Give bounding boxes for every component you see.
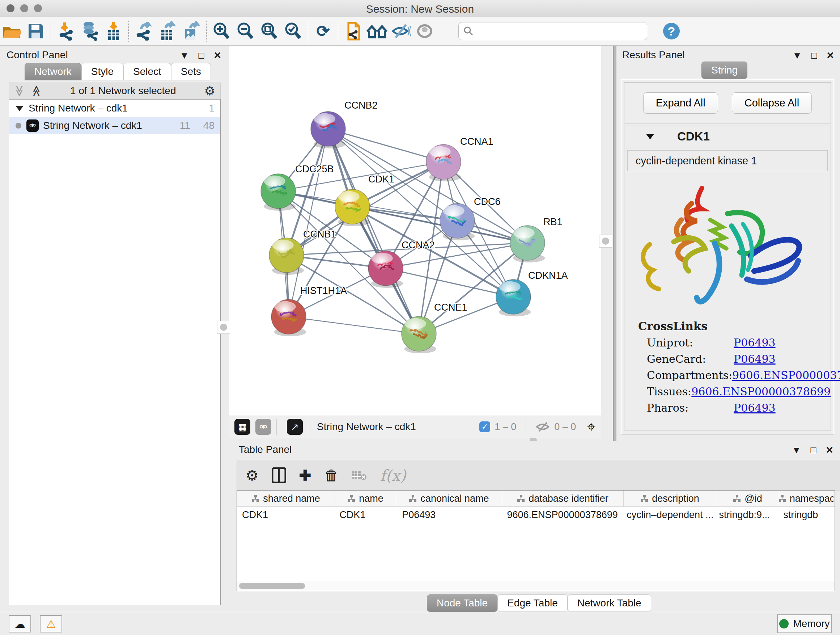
tab-node-table[interactable]: Node Table bbox=[427, 594, 497, 612]
zoom-fit-button[interactable] bbox=[257, 19, 281, 43]
export-image-button[interactable] bbox=[180, 19, 203, 43]
memory-button[interactable]: Memory bbox=[777, 614, 832, 633]
edge-CDK1-RB1[interactable] bbox=[352, 207, 527, 243]
tab-sets[interactable]: Sets bbox=[171, 63, 211, 80]
network-share-icon[interactable]: ⚮ bbox=[256, 419, 271, 435]
network-graph[interactable]: CCNB2CCNA1CDC25BCDK1CDC6RB1CCNB1CCNA2CDK… bbox=[229, 46, 601, 416]
node-CCNE1[interactable]: CCNE1 bbox=[401, 302, 467, 353]
crosslink-compartments-link[interactable]: 9606.ENSP00000378699 bbox=[732, 369, 840, 382]
results-panel-menu-icon[interactable]: ▼ bbox=[793, 50, 802, 61]
collection-expand-icon[interactable] bbox=[16, 106, 24, 111]
export-network-button[interactable] bbox=[132, 19, 156, 43]
control-panel-close-icon[interactable]: ✕ bbox=[213, 50, 221, 61]
collapse-all-networks-icon[interactable]: ≫ bbox=[13, 85, 26, 96]
column-header[interactable]: name bbox=[335, 491, 396, 507]
cell-database-identifier[interactable]: 9606.ENSP00000378699 bbox=[502, 507, 622, 523]
table-row[interactable]: CDK1 CDK1 P06493 9606.ENSP00000378699 cy… bbox=[237, 507, 835, 523]
show-columns-icon[interactable] bbox=[272, 467, 286, 483]
control-panel-menu-icon[interactable]: ▼ bbox=[180, 50, 189, 61]
hide-selected-button[interactable] bbox=[389, 19, 413, 43]
zoom-out-button[interactable] bbox=[233, 19, 257, 43]
control-panel-float-icon[interactable]: □ bbox=[198, 50, 204, 61]
cell-shared-name[interactable]: CDK1 bbox=[237, 507, 334, 523]
column-header[interactable]: @id bbox=[716, 491, 779, 507]
column-header[interactable]: database identifier bbox=[502, 491, 624, 507]
node-RB1[interactable]: RB1 bbox=[510, 217, 562, 263]
crosslink-uniprot-link[interactable]: P06493 bbox=[734, 336, 775, 349]
node-details-header[interactable]: CDK1 bbox=[624, 126, 831, 147]
network-collection-row[interactable]: String Network – cdk1 1 bbox=[9, 100, 220, 117]
selected-nodes-checkbox-icon[interactable]: ✓ bbox=[479, 421, 490, 432]
network-canvas[interactable]: CCNB2CCNA1CDC25BCDK1CDC6RB1CCNB1CCNA2CDK… bbox=[229, 46, 601, 416]
table-panel-float-icon[interactable]: □ bbox=[810, 445, 816, 456]
edge-HIST1H1A-CCNE1[interactable] bbox=[289, 317, 419, 334]
results-panel-float-icon[interactable]: □ bbox=[811, 50, 817, 61]
zoom-in-button[interactable] bbox=[210, 19, 233, 43]
node-CDC25B[interactable]: CDC25B bbox=[261, 164, 334, 211]
expand-all-button[interactable]: Expand All bbox=[643, 92, 718, 114]
open-session-button[interactable] bbox=[0, 19, 24, 43]
export-network-icon bbox=[134, 22, 153, 41]
edge-CCNB2-CCNA1[interactable] bbox=[328, 129, 444, 162]
cloud-status-button[interactable]: ☁ bbox=[9, 615, 31, 632]
tab-network-table[interactable]: Network Table bbox=[568, 594, 651, 612]
zoom-selected-button[interactable] bbox=[281, 19, 305, 43]
cell-description[interactable]: cyclin–dependent ... bbox=[622, 507, 714, 523]
expand-all-networks-icon[interactable]: ≫ bbox=[30, 85, 43, 96]
scrollbar-thumb[interactable] bbox=[239, 583, 305, 589]
export-table-button[interactable] bbox=[156, 19, 180, 43]
results-panel-close-icon[interactable]: ✕ bbox=[826, 50, 834, 61]
crosslink-pharos-link[interactable]: P06493 bbox=[734, 402, 775, 414]
cell-name[interactable]: CDK1 bbox=[334, 507, 397, 523]
import-table-button[interactable] bbox=[102, 19, 126, 43]
column-header[interactable]: shared name bbox=[237, 491, 335, 507]
column-header[interactable]: description bbox=[624, 491, 716, 507]
node-CCNB2[interactable]: CCNB2 bbox=[311, 100, 378, 149]
crosslink-genecard-link[interactable]: P06493 bbox=[734, 353, 775, 365]
panel-splitter[interactable] bbox=[613, 46, 616, 441]
table-horizontal-scrollbar[interactable] bbox=[237, 581, 835, 591]
cell-canonical-name[interactable]: P06493 bbox=[397, 507, 502, 523]
node-HIST1H1A[interactable]: HIST1H1A bbox=[271, 285, 347, 336]
node-CCNA1[interactable]: CCNA1 bbox=[426, 136, 493, 181]
column-header[interactable]: namespac bbox=[779, 491, 834, 507]
node-collapse-icon[interactable] bbox=[646, 134, 654, 139]
cell-id[interactable]: stringdb:9... bbox=[714, 507, 778, 523]
show-all-button[interactable] bbox=[413, 19, 437, 43]
warnings-button[interactable]: ⚠ bbox=[40, 615, 62, 632]
tab-style[interactable]: Style bbox=[81, 63, 123, 80]
delete-column-icon[interactable]: 🗑 bbox=[324, 467, 339, 484]
collapse-all-button[interactable]: Collapse All bbox=[732, 92, 812, 114]
fit-selected-crosshair-icon[interactable]: ⌖ bbox=[587, 418, 595, 435]
export-view-icon[interactable]: ↗ bbox=[287, 419, 303, 435]
table-panel-close-icon[interactable]: ✕ bbox=[826, 445, 834, 456]
table-settings-gear-icon[interactable]: ⚙ bbox=[246, 467, 259, 484]
open-string-doc-button[interactable] bbox=[341, 19, 365, 43]
column-header[interactable]: canonical name bbox=[396, 491, 502, 507]
network-node-count: 11 bbox=[180, 120, 190, 131]
birds-eye-view-icon[interactable]: ▦ bbox=[234, 419, 250, 435]
network-options-gear-icon[interactable]: ⚙ bbox=[204, 84, 215, 98]
edge-CCNA2-CDKN1A[interactable] bbox=[386, 268, 513, 297]
tab-edge-table[interactable]: Edge Table bbox=[497, 594, 568, 612]
refresh-layout-button[interactable]: ⟳ bbox=[311, 19, 335, 43]
tab-network[interactable]: Network bbox=[25, 63, 81, 80]
node-CCNA2[interactable]: CCNA2 bbox=[368, 240, 435, 288]
crosslink-tissues-link[interactable]: 9606.ENSP00000378699 bbox=[691, 385, 831, 398]
network-row[interactable]: ⚮ String Network – cdk1 11 48 bbox=[9, 117, 220, 134]
node-CDC6[interactable]: CDC6 bbox=[440, 196, 501, 241]
cell-namespace[interactable]: stringdb bbox=[778, 507, 835, 523]
table-panel-menu-icon[interactable]: ▼ bbox=[792, 445, 801, 456]
import-network-button[interactable] bbox=[54, 19, 78, 43]
node-CDKN1A[interactable]: CDKN1A bbox=[496, 270, 568, 317]
home-button[interactable] bbox=[365, 19, 389, 43]
left-splitter-grip[interactable] bbox=[217, 321, 230, 334]
help-button[interactable]: ? bbox=[663, 23, 680, 40]
import-network-database-button[interactable] bbox=[78, 19, 102, 43]
save-session-button[interactable] bbox=[24, 19, 48, 43]
right-splitter-grip[interactable] bbox=[599, 234, 612, 248]
tab-select[interactable]: Select bbox=[123, 63, 171, 80]
tab-string[interactable]: String bbox=[701, 62, 747, 79]
add-column-icon[interactable]: ✚ bbox=[299, 467, 311, 484]
search-input[interactable] bbox=[473, 25, 643, 37]
